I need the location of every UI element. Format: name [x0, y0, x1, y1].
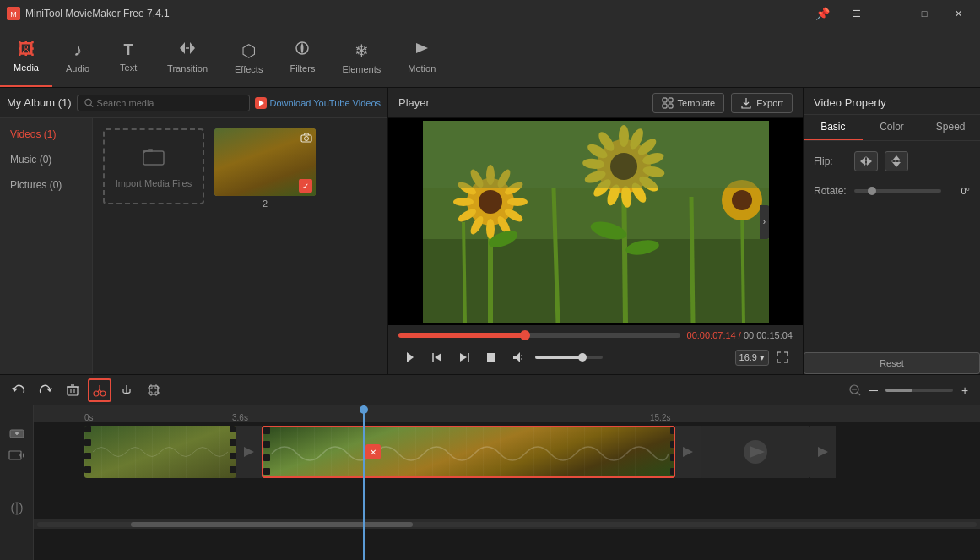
- playhead[interactable]: [363, 405, 365, 560]
- svg-line-22: [463, 222, 465, 323]
- prev-frame-button[interactable]: [425, 345, 449, 369]
- add-track-icon[interactable]: [5, 422, 29, 442]
- toolbar-filters[interactable]: Filters: [276, 27, 328, 87]
- menu-button[interactable]: ☰: [842, 0, 872, 27]
- transition-arrow-1[interactable]: [236, 426, 262, 478]
- stop-button[interactable]: [479, 345, 503, 369]
- audio-detach-button[interactable]: [115, 378, 138, 402]
- svg-line-23: [742, 205, 744, 323]
- search-input[interactable]: [97, 98, 242, 108]
- ruler-mark-2: 15.2s: [650, 413, 670, 422]
- transition-arrow-3[interactable]: [810, 426, 836, 478]
- toolbar-media[interactable]: 🖼 Media: [0, 27, 52, 87]
- player-header: Player Template Export: [388, 88, 803, 118]
- tab-speed[interactable]: Speed: [921, 115, 980, 140]
- effects-icon: ⬡: [241, 41, 256, 61]
- cut-button[interactable]: [88, 378, 111, 402]
- next-frame-button[interactable]: [452, 345, 476, 369]
- filters-icon: [293, 41, 311, 60]
- toolbar-audio[interactable]: ♪ Audio: [52, 27, 103, 87]
- categories-panel: Videos (1) Music (0) Pictures (0): [0, 118, 93, 374]
- horizontal-scrollbar[interactable]: [34, 519, 980, 529]
- video-clip-1[interactable]: [84, 426, 236, 478]
- download-youtube-button[interactable]: Download YouTube Videos: [255, 97, 382, 109]
- panel-collapse-arrow[interactable]: ›: [760, 205, 769, 239]
- redo-button[interactable]: [34, 378, 57, 402]
- toolbar-text[interactable]: T Text: [103, 27, 154, 87]
- text-icon: T: [124, 41, 133, 59]
- zoom-out-button[interactable]: ─: [865, 382, 882, 399]
- album-title: My Album (1): [7, 96, 72, 109]
- motion-icon: [413, 41, 431, 60]
- media-item-2[interactable]: ✓ 2: [214, 128, 316, 209]
- delete-button[interactable]: [61, 378, 84, 402]
- aspect-ratio-select[interactable]: 16:9 ▾: [735, 350, 769, 366]
- toolbar: 🖼 Media ♪ Audio T Text Transition ⬡ Effe…: [0, 27, 980, 88]
- tab-basic[interactable]: Basic: [804, 115, 863, 140]
- left-panel: My Album (1) Download YouTube Videos Vid…: [0, 88, 388, 374]
- close-button[interactable]: ✕: [943, 0, 973, 27]
- toolbar-effects[interactable]: ⬡ Effects: [221, 27, 276, 87]
- svg-rect-14: [663, 104, 667, 108]
- search-box[interactable]: [77, 95, 250, 111]
- svg-rect-97: [84, 453, 91, 459]
- toolbar-elements[interactable]: ❄ Elements: [328, 27, 394, 87]
- progress-bar[interactable]: [398, 333, 680, 338]
- media-icon: 🖼: [18, 40, 35, 59]
- undo-button[interactable]: [7, 378, 30, 402]
- category-videos[interactable]: Videos (1): [0, 122, 92, 147]
- toolbar-transition[interactable]: Transition: [154, 27, 221, 87]
- flip-vertical-button[interactable]: [885, 151, 908, 171]
- minimize-button[interactable]: ─: [875, 0, 906, 27]
- restore-button[interactable]: □: [909, 0, 939, 27]
- toolbar-text-label: Text: [120, 63, 137, 73]
- youtube-icon: [255, 97, 267, 109]
- rotate-slider[interactable]: [854, 189, 941, 193]
- svg-point-25: [479, 190, 502, 214]
- zoom-in-button[interactable]: +: [956, 382, 973, 399]
- svg-point-35: [453, 198, 474, 206]
- import-media-button[interactable]: Import Media Files: [103, 128, 204, 204]
- tab-color[interactable]: Color: [863, 115, 922, 140]
- track-labels: [0, 405, 34, 560]
- toolbar-elements-label: Elements: [342, 64, 381, 74]
- category-music[interactable]: Music (0): [0, 147, 92, 172]
- import-label: Import Media Files: [116, 178, 192, 188]
- category-pictures[interactable]: Pictures (0): [0, 172, 92, 198]
- split-icon[interactable]: ✕: [365, 444, 381, 459]
- download-label: Download YouTube Videos: [270, 98, 382, 108]
- svg-rect-15: [669, 104, 673, 108]
- camera-icon: [300, 132, 312, 146]
- ruler-mark-1: 3.6s: [232, 413, 248, 422]
- volume-slider[interactable]: [535, 356, 603, 359]
- player-controls: 00:00:07:14 / 00:00:15:04: [388, 325, 803, 374]
- svg-marker-91: [23, 453, 24, 458]
- ruler-mark-0: 0s: [84, 413, 94, 422]
- video-clip-2[interactable]: ✕ Split: [262, 426, 675, 478]
- svg-rect-101: [230, 453, 236, 459]
- search-icon: [84, 98, 94, 108]
- video-clip-3[interactable]: [701, 426, 810, 478]
- rotate-label: Rotate:: [814, 185, 847, 197]
- crop-button[interactable]: [142, 378, 165, 402]
- flip-horizontal-button[interactable]: [854, 151, 878, 171]
- play-button[interactable]: [398, 345, 422, 369]
- svg-rect-96: [84, 439, 91, 446]
- progress-row: 00:00:07:14 / 00:00:15:04: [398, 330, 793, 340]
- volume-button[interactable]: [506, 345, 530, 369]
- zoom-fill: [885, 389, 912, 392]
- scroll-thumb[interactable]: [131, 522, 413, 527]
- pin-icon: 📌: [815, 7, 830, 20]
- svg-rect-98: [84, 466, 91, 473]
- toolbar-effects-label: Effects: [235, 64, 263, 74]
- transition-arrow-2[interactable]: [675, 426, 701, 478]
- fullscreen-button[interactable]: [772, 347, 793, 367]
- zoom-slider[interactable]: [885, 389, 953, 392]
- template-button[interactable]: Template: [652, 93, 725, 113]
- time-display: 00:00:07:14 / 00:00:15:04: [687, 330, 793, 340]
- app-title: MiniTool MovieMaker Free 7.4.1: [25, 8, 810, 19]
- export-button[interactable]: Export: [731, 93, 793, 113]
- toolbar-motion[interactable]: Motion: [394, 27, 449, 87]
- reset-button[interactable]: Reset: [804, 352, 980, 374]
- svg-marker-4: [416, 43, 428, 53]
